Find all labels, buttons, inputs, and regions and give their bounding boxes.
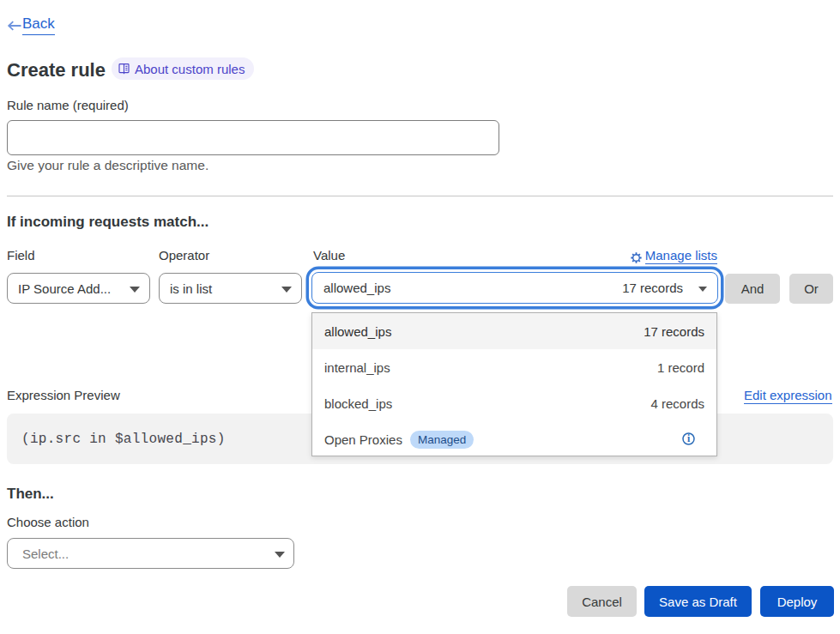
svg-text:i: i: [687, 433, 691, 444]
